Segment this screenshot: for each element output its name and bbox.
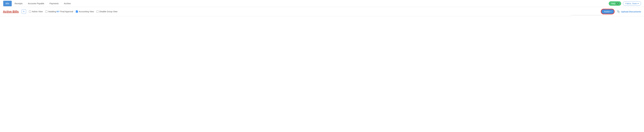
admin-view-checkbox-label[interactable]: Admin View <box>29 10 43 13</box>
refresh-icon: ↻ <box>23 10 25 13</box>
filter-checkboxes: Admin View Awaiting MY Final Approval Ac… <box>29 10 118 13</box>
toolbar-right: Action ▾ 📎 Upload Documents <box>601 9 641 14</box>
awaiting-approval-checkbox[interactable] <box>45 10 48 12</box>
awaiting-approval-checkbox-label[interactable]: Awaiting MY Final Approval <box>45 10 73 13</box>
awaiting-approval-label: Awaiting MY Final Approval <box>48 10 73 13</box>
action-button[interactable]: Action ▾ <box>601 9 614 14</box>
user-menu-button[interactable]: Fabris, Sean ▾ <box>623 1 641 6</box>
top-navigation: Bills Receipts Accounts Payable Payments… <box>0 0 644 7</box>
upload-icon: 📎 <box>617 10 620 13</box>
refresh-button[interactable]: ↻ <box>22 9 26 14</box>
nav-tab-payments[interactable]: Payments <box>47 0 61 7</box>
accounting-view-checkbox[interactable] <box>76 10 78 12</box>
nav-right: Help ? Fabris, Sean ▾ <box>609 1 641 6</box>
help-icon: ? <box>616 2 619 5</box>
toolbar: Active Bills ↻ Admin View Awaiting MY Fi… <box>0 7 644 16</box>
help-button[interactable]: Help ? <box>609 1 621 6</box>
nav-tab-accounts-payable[interactable]: Accounts Payable <box>25 0 47 7</box>
admin-view-label: Admin View <box>32 10 43 13</box>
nav-tab-bills[interactable]: Bills <box>3 1 12 6</box>
admin-view-checkbox[interactable] <box>29 10 31 12</box>
user-label: Fabris, Sean <box>626 2 637 5</box>
upload-documents-button[interactable]: 📎 Upload Documents <box>617 10 641 13</box>
nav-tabs: Bills Receipts Accounts Payable Payments… <box>3 0 609 7</box>
accounting-view-checkbox-label[interactable]: Accounting View <box>76 10 94 13</box>
accounting-view-label: Accounting View <box>79 10 94 13</box>
action-dropdown-menu: ⊕ Manually add a bill Import from QuickB… <box>571 15 612 16</box>
action-chevron-icon: ▾ <box>611 11 611 12</box>
nav-tab-receipts[interactable]: Receipts <box>12 0 25 7</box>
disable-group-view-label: Disable Group View <box>100 10 118 13</box>
disable-group-view-checkbox[interactable] <box>96 10 98 12</box>
active-bills-title[interactable]: Active Bills <box>3 10 19 13</box>
nav-tab-archive[interactable]: Archive <box>61 0 73 7</box>
help-label: Help <box>611 2 615 5</box>
upload-documents-label: Upload Documents <box>621 10 641 13</box>
user-chevron-icon: ▾ <box>638 2 638 5</box>
action-label: Action <box>604 10 610 13</box>
disable-group-view-checkbox-label[interactable]: Disable Group View <box>96 10 118 13</box>
